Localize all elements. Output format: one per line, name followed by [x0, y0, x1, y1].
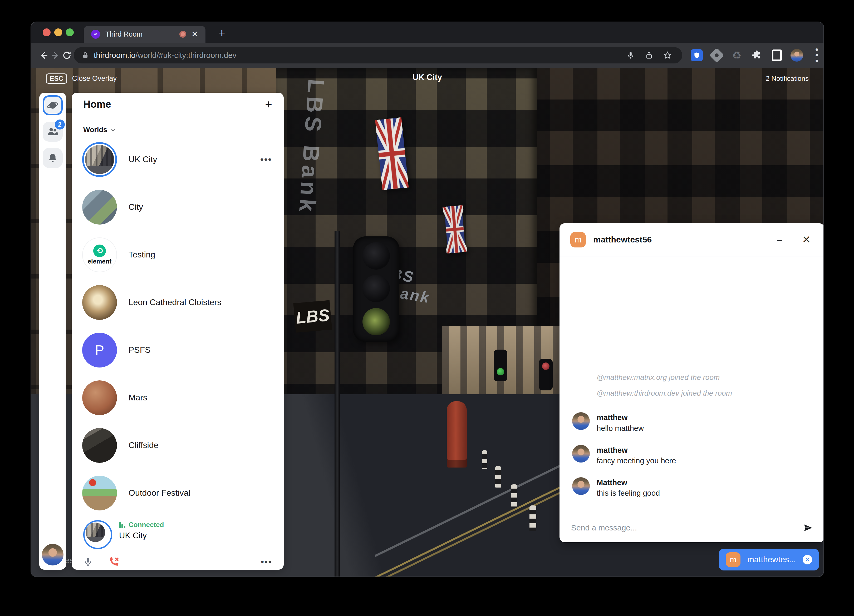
screenshot-root: ∞ Third Room ✕ + thirdroom.io/wor: [0, 0, 854, 616]
message-text: fancy meeting you here: [597, 455, 676, 466]
world-name: UK City: [128, 155, 249, 164]
world-avatar: P: [82, 333, 117, 368]
chat-message: matthew hello matthew: [572, 412, 813, 433]
hangup-button[interactable]: [108, 556, 120, 567]
close-window-button[interactable]: [43, 29, 50, 37]
forward-button[interactable]: [50, 48, 60, 62]
notifications-count[interactable]: 2 Notifications: [766, 75, 809, 83]
new-tab-button[interactable]: +: [219, 27, 225, 40]
home-panel: Home + Worlds UK City •••: [72, 93, 284, 570]
world-avatar: [82, 476, 117, 510]
dev-extension-icon[interactable]: [710, 49, 723, 62]
message-avatar: [572, 445, 590, 462]
world-item-cliffside[interactable]: Cliffside: [82, 421, 284, 469]
world-avatar: [82, 428, 117, 463]
browser-tab[interactable]: ∞ Third Room ✕: [84, 26, 206, 43]
world-viewport[interactable]: LBS Bank BS Bank LBS: [31, 68, 824, 576]
share-icon[interactable]: [642, 51, 656, 59]
create-world-button[interactable]: +: [265, 97, 272, 111]
pill-label: matthewtes...: [747, 555, 796, 564]
more-options-icon[interactable]: •••: [261, 557, 272, 567]
friends-badge: 2: [55, 120, 65, 129]
notifications-button[interactable]: [43, 148, 63, 168]
browser-menu-icon[interactable]: •••: [810, 49, 824, 62]
recycle-extension-icon[interactable]: ♻: [730, 49, 743, 62]
world-avatar: [82, 380, 117, 415]
extensions-puzzle-icon[interactable]: [750, 49, 763, 62]
third-room-favicon: ∞: [91, 30, 100, 39]
overlay-top-bar: ESC Close Overlay UK City 2 Notification…: [31, 68, 824, 89]
address-bar[interactable]: thirdroom.io/world/#uk-city:thirdroom.de…: [74, 47, 682, 64]
more-options-icon[interactable]: •••: [260, 154, 272, 164]
world-item-psfs[interactable]: P PSFS: [82, 326, 284, 374]
world-item-uk-city[interactable]: UK City •••: [82, 135, 284, 183]
connected-world-avatar: [83, 520, 112, 549]
signal-bars-icon: [119, 522, 125, 528]
chat-messages[interactable]: @matthew:matrix.org joined the room @mat…: [560, 256, 824, 513]
chevron-down-icon: [110, 127, 116, 133]
bell-icon: [47, 152, 58, 163]
world-name: Leon Cathedral Cloisters: [128, 298, 272, 307]
world-item-city[interactable]: City: [82, 183, 284, 231]
message-input[interactable]: Send a message...: [571, 523, 798, 532]
message-avatar: [572, 412, 590, 430]
side-panel-icon[interactable]: [770, 49, 784, 62]
zoom-window-button[interactable]: [66, 29, 74, 37]
message-sender: Matthew: [597, 477, 660, 488]
home-worlds-button[interactable]: [43, 95, 63, 115]
worlds-label: Worlds: [83, 126, 107, 134]
back-button[interactable]: [39, 48, 49, 62]
world-name: Mars: [128, 393, 272, 403]
overlay-hud: ESC Close Overlay UK City 2 Notification…: [31, 68, 824, 576]
message-text: this is feeling good: [597, 488, 660, 499]
extension-row: ♻ •••: [690, 49, 824, 62]
world-item-outdoor-festival[interactable]: Outdoor Festival: [82, 469, 284, 512]
sidebar-rail: 2: [39, 93, 66, 570]
close-overlay-label[interactable]: Close Overlay: [72, 75, 117, 83]
world-name: Testing: [128, 250, 272, 260]
browser-toolbar: thirdroom.io/world/#uk-city:thirdroom.de…: [31, 43, 824, 68]
message-sender: matthew: [597, 445, 676, 456]
chat-message: matthew fancy meeting you here: [572, 445, 813, 466]
reload-button[interactable]: [62, 48, 72, 62]
bookmark-star-icon[interactable]: [661, 51, 674, 59]
tab-strip: ∞ Third Room ✕ +: [31, 22, 824, 43]
url-text: thirdroom.io/world/#uk-city:thirdroom.de…: [94, 51, 619, 60]
chat-input-row: Send a message...: [560, 513, 824, 542]
user-avatar[interactable]: [42, 544, 64, 566]
connection-status-footer: Connected UK City: [72, 512, 284, 570]
world-item-mars[interactable]: Mars: [82, 374, 284, 421]
worlds-section-header[interactable]: Worlds: [72, 116, 284, 135]
minimize-window-button[interactable]: [54, 29, 62, 37]
world-item-leon-cathedral[interactable]: Leon Cathedral Cloisters: [82, 278, 284, 326]
phone-hangup-icon: [108, 556, 120, 567]
send-icon: [803, 523, 813, 533]
message-text: hello matthew: [597, 423, 644, 434]
world-avatar: ⟲ element: [82, 237, 117, 272]
chat-message: Matthew this is feeling good: [572, 477, 813, 499]
world-avatar: [82, 285, 117, 320]
close-tab-icon[interactable]: ✕: [192, 30, 198, 38]
password-manager-extension-icon[interactable]: [690, 49, 703, 62]
chat-window: m matthewtest56 – ✕ @matthew:matrix.org …: [560, 223, 824, 542]
planet-icon: [47, 99, 58, 111]
media-recording-indicator-icon: [179, 31, 186, 38]
browser-profile-avatar[interactable]: [790, 49, 804, 62]
worlds-list: UK City ••• City ⟲ element Te: [72, 135, 284, 512]
world-item-testing[interactable]: ⟲ element Testing: [82, 231, 284, 278]
chat-avatar: m: [570, 232, 586, 248]
close-chat-icon[interactable]: ✕: [802, 234, 811, 246]
dismiss-pill-icon[interactable]: ✕: [803, 555, 812, 564]
room-event: @matthew:thirdroom.dev joined the room: [572, 389, 813, 397]
lock-icon[interactable]: [82, 52, 89, 59]
mic-permission-icon[interactable]: [624, 51, 637, 59]
world-name: PSFS: [128, 345, 272, 355]
send-message-button[interactable]: [803, 523, 813, 533]
friends-button[interactable]: 2: [43, 122, 63, 141]
message-avatar: [572, 477, 590, 495]
world-avatar: [82, 190, 117, 225]
esc-key-badge: ESC: [46, 73, 67, 84]
mic-button[interactable]: [83, 557, 93, 566]
world-name: Cliffside: [128, 440, 272, 450]
active-chat-pill[interactable]: m matthewtes... ✕: [719, 549, 819, 570]
